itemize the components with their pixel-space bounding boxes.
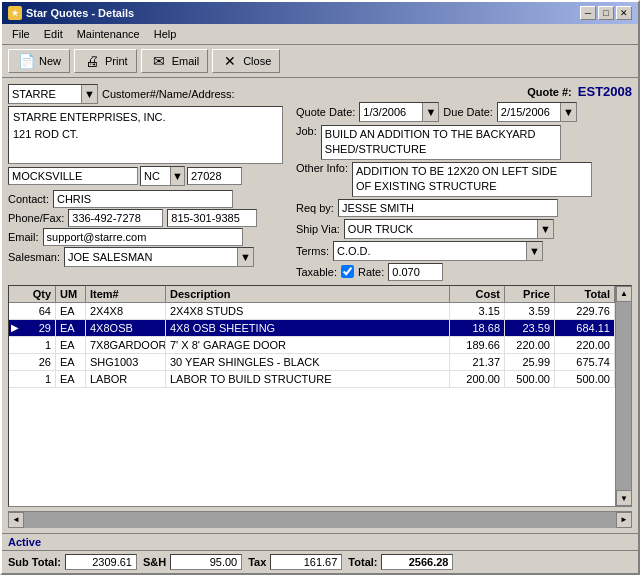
customer-label: Customer#/Name/Address: xyxy=(102,88,235,100)
table-row[interactable]: 1 EA LABOR LABOR TO BUILD STRUCTURE 200.… xyxy=(9,371,631,388)
cell-item: 7X8GARDOOR xyxy=(86,337,166,353)
job-text[interactable]: BUILD AN ADDITION TO THE BACKYARD SHED/S… xyxy=(321,125,561,160)
email-input[interactable] xyxy=(43,228,243,246)
window-title: Star Quotes - Details xyxy=(26,7,134,19)
contact-row: Contact: xyxy=(8,190,283,208)
vertical-scrollbar[interactable]: ▲ ▼ xyxy=(615,286,631,506)
salesman-value: JOE SALESMAN xyxy=(65,250,237,264)
salesman-dropdown[interactable]: JOE SALESMAN ▼ xyxy=(64,247,254,267)
ship-via-dropdown[interactable]: OUR TRUCK ▼ xyxy=(344,219,554,239)
taxable-checkbox[interactable] xyxy=(341,265,354,278)
phone-input[interactable] xyxy=(68,209,163,227)
print-button[interactable]: 🖨 Print xyxy=(74,49,137,73)
total-group: Total: 2566.28 xyxy=(348,554,453,570)
due-date-value: 2/15/2006 xyxy=(498,105,560,119)
total-value: 2566.28 xyxy=(381,554,453,570)
new-label: New xyxy=(39,55,61,67)
sh-label: S&H xyxy=(143,556,166,568)
quote-num-label: Quote #: xyxy=(527,86,572,98)
zip-input[interactable] xyxy=(187,167,242,185)
due-date-arrow[interactable]: ▼ xyxy=(560,103,576,121)
cell-desc: 30 YEAR SHINGLES - BLACK xyxy=(166,354,450,370)
quote-date-arrow[interactable]: ▼ xyxy=(422,103,438,121)
table-body: 64 EA 2X4X8 2X4X8 STUDS 3.15 3.59 229.76… xyxy=(9,303,631,506)
address1: 121 ROD CT. xyxy=(13,126,278,143)
ship-via-arrow[interactable]: ▼ xyxy=(537,220,553,238)
due-date-dropdown[interactable]: 2/15/2006 ▼ xyxy=(497,102,577,122)
company-dropdown[interactable]: STARRE ▼ xyxy=(8,84,98,104)
email-button[interactable]: ✉ Email xyxy=(141,49,209,73)
salesman-row: Salesman: JOE SALESMAN ▼ xyxy=(8,247,283,267)
contact-section: Contact: Phone/Fax: Email: Salesman: xyxy=(8,190,283,267)
rate-label: Rate: xyxy=(358,266,384,278)
rate-input[interactable] xyxy=(388,263,443,281)
scroll-left-button[interactable]: ◄ xyxy=(8,512,24,528)
table-row[interactable]: 1 EA 7X8GARDOOR 7' X 8' GARAGE DOOR 189.… xyxy=(9,337,631,354)
table-row[interactable]: 26 EA SHG1003 30 YEAR SHINGLES - BLACK 2… xyxy=(9,354,631,371)
h-scroll-track xyxy=(24,512,616,528)
close-window-button[interactable]: ✕ xyxy=(616,6,632,20)
taxable-row: Taxable: Rate: xyxy=(296,263,632,281)
cell-qty: 64 xyxy=(21,303,56,319)
print-icon: 🖨 xyxy=(83,52,101,70)
terms-arrow[interactable]: ▼ xyxy=(526,242,542,260)
cell-price: 3.59 xyxy=(505,303,555,319)
print-label: Print xyxy=(105,55,128,67)
col-header-qty: Qty xyxy=(21,286,56,302)
terms-value: C.O.D. xyxy=(334,244,526,258)
taxable-label: Taxable: xyxy=(296,266,337,278)
city-input[interactable] xyxy=(8,167,138,185)
contact-input[interactable] xyxy=(53,190,233,208)
title-buttons: ─ □ ✕ xyxy=(580,6,632,20)
fax-input[interactable] xyxy=(167,209,257,227)
other-line1: ADDITION TO BE 12X20 ON LEFT SIDE xyxy=(356,164,588,179)
menu-help[interactable]: Help xyxy=(148,26,183,42)
terms-row: Terms: C.O.D. ▼ xyxy=(296,241,632,261)
cell-qty: 26 xyxy=(21,354,56,370)
new-button[interactable]: 📄 New xyxy=(8,49,70,73)
title-bar: ★ Star Quotes - Details ─ □ ✕ xyxy=(2,2,638,24)
cell-um: EA xyxy=(56,371,86,387)
status-bar: Active xyxy=(2,533,638,550)
cell-desc: 7' X 8' GARAGE DOOR xyxy=(166,337,450,353)
col-header-price: Price xyxy=(505,286,555,302)
menu-maintenance[interactable]: Maintenance xyxy=(71,26,146,42)
company-dropdown-arrow[interactable]: ▼ xyxy=(81,85,97,103)
restore-button[interactable]: □ xyxy=(598,6,614,20)
table-row[interactable]: ▶ 29 EA 4X8OSB 4X8 OSB SHEETING 18.68 23… xyxy=(9,320,631,337)
salesman-arrow[interactable]: ▼ xyxy=(237,248,253,266)
cell-total: 684.11 xyxy=(555,320,615,336)
other-text[interactable]: ADDITION TO BE 12X20 ON LEFT SIDE OF EXI… xyxy=(352,162,592,197)
right-panel: Quote #: EST2008 Quote Date: 1/3/2006 ▼ … xyxy=(296,84,632,281)
left-panel: STARRE ▼ Customer#/Name/Address: STARRE … xyxy=(8,84,288,281)
email-label: Email xyxy=(172,55,200,67)
terms-dropdown[interactable]: C.O.D. ▼ xyxy=(333,241,543,261)
state-dropdown[interactable]: NC ▼ xyxy=(140,166,185,186)
menu-file[interactable]: File xyxy=(6,26,36,42)
horizontal-scrollbar[interactable]: ◄ ► xyxy=(8,511,632,527)
row-indicator xyxy=(9,337,21,353)
scroll-down-button[interactable]: ▼ xyxy=(616,490,632,506)
quote-num-row: Quote #: EST2008 xyxy=(296,84,632,99)
scroll-right-button[interactable]: ► xyxy=(616,512,632,528)
cell-desc: 2X4X8 STUDS xyxy=(166,303,450,319)
address-box[interactable]: STARRE ENTERPRISES, INC. 121 ROD CT. xyxy=(8,106,283,164)
cell-cost: 189.66 xyxy=(450,337,505,353)
req-by-input[interactable] xyxy=(338,199,558,217)
job-line1: BUILD AN ADDITION TO THE BACKYARD xyxy=(325,127,557,142)
row-indicator xyxy=(9,371,21,387)
scroll-up-button[interactable]: ▲ xyxy=(616,286,632,302)
col-header-total: Total xyxy=(555,286,615,302)
state-arrow[interactable]: ▼ xyxy=(170,167,184,185)
cell-price: 220.00 xyxy=(505,337,555,353)
table-row[interactable]: 64 EA 2X4X8 2X4X8 STUDS 3.15 3.59 229.76 xyxy=(9,303,631,320)
cell-total: 675.74 xyxy=(555,354,615,370)
quote-date-dropdown[interactable]: 1/3/2006 ▼ xyxy=(359,102,439,122)
col-header-cost: Cost xyxy=(450,286,505,302)
menu-edit[interactable]: Edit xyxy=(38,26,69,42)
cell-cost: 21.37 xyxy=(450,354,505,370)
close-button[interactable]: ✕ Close xyxy=(212,49,280,73)
col-header-um: UM xyxy=(56,286,86,302)
dates-row: Quote Date: 1/3/2006 ▼ Due Date: 2/15/20… xyxy=(296,102,632,122)
minimize-button[interactable]: ─ xyxy=(580,6,596,20)
